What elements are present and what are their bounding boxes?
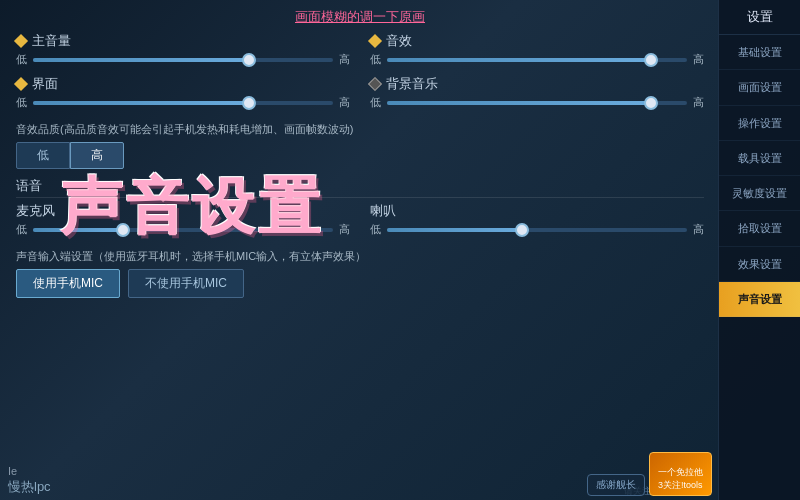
sidebar-item-effects[interactable]: 效果设置 bbox=[719, 247, 800, 282]
speaker-track-row: 低 高 bbox=[370, 222, 704, 237]
main-panel: 画面模糊的调一下原画 主音量 低 高 音效 bbox=[0, 0, 720, 500]
mic-track-row: 低 高 bbox=[16, 222, 350, 237]
sidebar-title: 设置 bbox=[719, 0, 800, 35]
voice-section-header: 语音 bbox=[16, 177, 704, 198]
sound-effects-thumb bbox=[644, 53, 658, 67]
interface-label: 界面 bbox=[16, 75, 350, 93]
interface-thumb bbox=[242, 96, 256, 110]
bg-music-row: 背景音乐 低 高 bbox=[370, 75, 704, 110]
mic-thumb bbox=[116, 223, 130, 237]
interface-track-row: 低 高 bbox=[16, 95, 350, 110]
diamond-icon-bgm bbox=[368, 77, 382, 91]
bottom-badges: 感谢舰长 一个免拉他 3关注!tools bbox=[0, 430, 720, 500]
sidebar-item-sensitivity[interactable]: 灵敏度设置 bbox=[719, 176, 800, 211]
bg-music-thumb bbox=[644, 96, 658, 110]
promo-badge: 一个免拉他 3关注!tools bbox=[649, 452, 712, 496]
master-volume-thumb bbox=[242, 53, 256, 67]
bg-music-track[interactable] bbox=[387, 101, 687, 105]
bg-music-track-row: 低 高 bbox=[370, 95, 704, 110]
voice-sliders-grid: 麦克风 低 高 喇叭 低 高 bbox=[16, 202, 704, 241]
master-volume-track-row: 低 高 bbox=[16, 52, 350, 67]
mic-label: 麦克风 bbox=[16, 202, 350, 220]
sidebar-item-controls[interactable]: 操作设置 bbox=[719, 106, 800, 141]
top-annotation: 画面模糊的调一下原画 bbox=[16, 8, 704, 26]
sound-effects-label: 音效 bbox=[370, 32, 704, 50]
sidebar-item-sound[interactable]: 声音设置 bbox=[719, 282, 800, 317]
quality-low-button[interactable]: 低 bbox=[16, 142, 70, 169]
diamond-icon-ui bbox=[14, 77, 28, 91]
sidebar-item-graphics[interactable]: 画面设置 bbox=[719, 70, 800, 105]
interface-track[interactable] bbox=[33, 101, 333, 105]
bg-music-fill bbox=[387, 101, 651, 105]
speaker-track[interactable] bbox=[387, 228, 687, 232]
speaker-fill bbox=[387, 228, 522, 232]
diamond-icon-master bbox=[14, 34, 28, 48]
sidebar: 设置 基础设置 画面设置 操作设置 载具设置 灵敏度设置 拾取设置 效果设置 声… bbox=[718, 0, 800, 500]
sound-effects-track[interactable] bbox=[387, 58, 687, 62]
speaker-row: 喇叭 低 高 bbox=[370, 202, 704, 237]
sidebar-item-basic[interactable]: 基础设置 bbox=[719, 35, 800, 70]
mic-track[interactable] bbox=[33, 228, 333, 232]
sidebar-item-pickup[interactable]: 拾取设置 bbox=[719, 211, 800, 246]
speaker-label: 喇叭 bbox=[370, 202, 704, 220]
no-mic-button[interactable]: 不使用手机MIC bbox=[128, 269, 244, 298]
sound-effects-track-row: 低 高 bbox=[370, 52, 704, 67]
speaker-thumb bbox=[515, 223, 529, 237]
thanks-badge: 感谢舰长 bbox=[587, 474, 645, 496]
master-volume-fill bbox=[33, 58, 249, 62]
use-mic-button[interactable]: 使用手机MIC bbox=[16, 269, 120, 298]
master-volume-row: 主音量 低 高 bbox=[16, 32, 350, 67]
master-volume-label: 主音量 bbox=[16, 32, 350, 50]
master-volume-track[interactable] bbox=[33, 58, 333, 62]
quality-high-button[interactable]: 高 bbox=[70, 142, 124, 169]
interface-fill bbox=[33, 101, 249, 105]
quality-label: 音效品质(高品质音效可能会引起手机发热和耗电增加、画面帧数波动) bbox=[16, 122, 704, 137]
quality-buttons: 低 高 bbox=[16, 142, 704, 169]
mic-input-buttons: 使用手机MIC 不使用手机MIC bbox=[16, 269, 704, 298]
mic-input-label: 声音输入端设置（使用蓝牙耳机时，选择手机MIC输入，有立体声效果） bbox=[16, 249, 704, 264]
sidebar-item-vehicle[interactable]: 载具设置 bbox=[719, 141, 800, 176]
sound-effects-row: 音效 低 高 bbox=[370, 32, 704, 67]
mic-row: 麦克风 低 高 bbox=[16, 202, 350, 237]
interface-row: 界面 低 高 bbox=[16, 75, 350, 110]
mic-fill bbox=[33, 228, 123, 232]
sound-effects-fill bbox=[387, 58, 651, 62]
sliders-grid: 主音量 低 高 音效 低 bbox=[16, 32, 704, 114]
diamond-icon-sfx bbox=[368, 34, 382, 48]
bg-music-label: 背景音乐 bbox=[370, 75, 704, 93]
